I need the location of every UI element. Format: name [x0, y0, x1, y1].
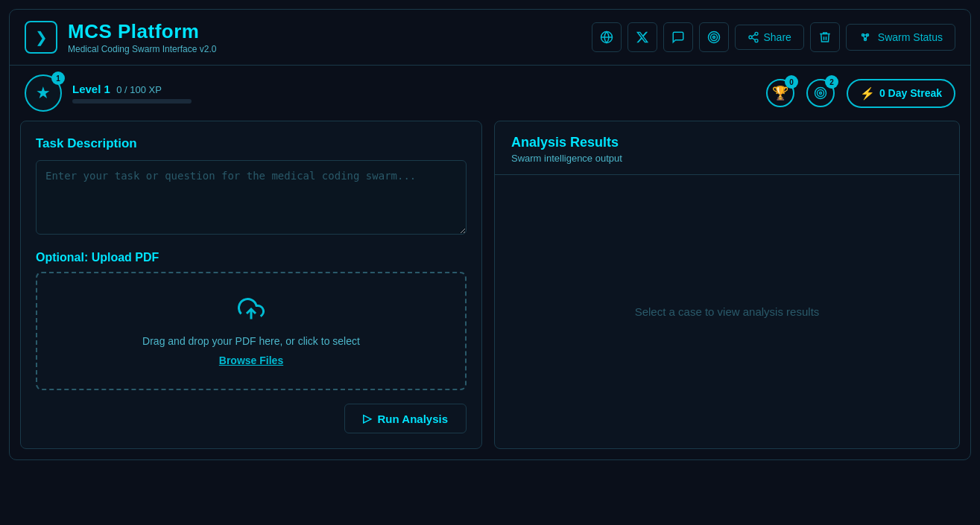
upload-text: Drag and drop your PDF here, or click to… [142, 335, 360, 347]
svg-point-7 [755, 39, 758, 42]
svg-point-17 [817, 90, 823, 97]
app-subtitle: Medical Coding Swarm Interface v2.0 [68, 44, 216, 54]
svg-point-3 [710, 34, 717, 41]
level-left: ★ 1 Level 1 0 / 100 XP [25, 74, 192, 112]
target-count: 2 [825, 75, 838, 89]
analysis-subtitle: Swarm intelligence output [511, 153, 943, 164]
level-info: Level 1 0 / 100 XP [72, 83, 192, 104]
run-label: Run Analysis [378, 413, 448, 425]
level-number: 1 [51, 71, 65, 85]
share-button[interactable]: Share [735, 25, 804, 50]
analysis-header: Analysis Results Swarm intelligence outp… [495, 121, 959, 175]
xp-bar [72, 99, 192, 104]
logo-area: ❯ MCS Platform Medical Coding Swarm Inte… [25, 20, 216, 54]
analysis-body: Select a case to view analysis results [495, 175, 959, 448]
streak-label: 0 Day Streak [879, 87, 942, 99]
svg-point-6 [749, 36, 752, 39]
logo-text: MCS Platform Medical Coding Swarm Interf… [68, 20, 216, 54]
analysis-title: Analysis Results [511, 135, 943, 150]
share-label: Share [764, 31, 791, 43]
header: ❯ MCS Platform Medical Coding Swarm Inte… [10, 10, 970, 66]
level-badge: ★ 1 [25, 74, 62, 112]
svg-line-8 [751, 38, 755, 40]
left-panel: Task Description Optional: Upload PDF Dr… [20, 121, 482, 449]
svg-line-9 [751, 34, 755, 36]
logo-icon: ❯ [25, 21, 57, 54]
header-actions: Share Swarm Status [592, 22, 956, 52]
right-panel: Analysis Results Swarm intelligence outp… [494, 121, 960, 449]
streak-icon: ⚡ [860, 86, 875, 101]
chat-button[interactable] [663, 22, 693, 52]
upload-label: Optional: Upload PDF [36, 251, 467, 264]
target-badge: 2 [806, 79, 835, 107]
streak-button[interactable]: ⚡ 0 Day Streak [847, 79, 955, 108]
delete-button[interactable] [810, 22, 840, 52]
browse-link[interactable]: Browse Files [219, 354, 283, 366]
empty-state-text: Select a case to view analysis results [635, 305, 820, 318]
app-title: MCS Platform [68, 20, 216, 43]
level-label: Level 1 0 / 100 XP [72, 83, 192, 95]
run-btn-row: ▷ Run Analysis [36, 404, 467, 433]
run-analysis-button[interactable]: ▷ Run Analysis [344, 404, 467, 433]
level-bar: ★ 1 Level 1 0 / 100 XP 🏆 0 [10, 66, 970, 121]
globe-button[interactable] [592, 22, 622, 52]
app-container: ❯ MCS Platform Medical Coding Swarm Inte… [9, 9, 971, 460]
svg-point-4 [712, 36, 715, 39]
upload-icon [238, 296, 265, 328]
task-title: Task Description [36, 136, 467, 151]
run-icon: ▷ [363, 412, 372, 425]
swarm-status-button[interactable]: Swarm Status [846, 24, 955, 51]
svg-point-5 [755, 32, 758, 35]
level-right: 🏆 0 2 ⚡ 0 Day Streak [766, 79, 955, 108]
svg-point-18 [819, 92, 821, 95]
main-content: Task Description Optional: Upload PDF Dr… [10, 121, 970, 459]
task-input[interactable] [36, 160, 467, 235]
twitter-button[interactable] [627, 22, 657, 52]
swarm-status-label: Swarm Status [878, 31, 943, 43]
target-button[interactable] [699, 22, 729, 52]
upload-zone[interactable]: Drag and drop your PDF here, or click to… [36, 272, 467, 390]
trophy-count: 0 [785, 75, 798, 89]
trophy-badge: 🏆 0 [766, 79, 794, 107]
